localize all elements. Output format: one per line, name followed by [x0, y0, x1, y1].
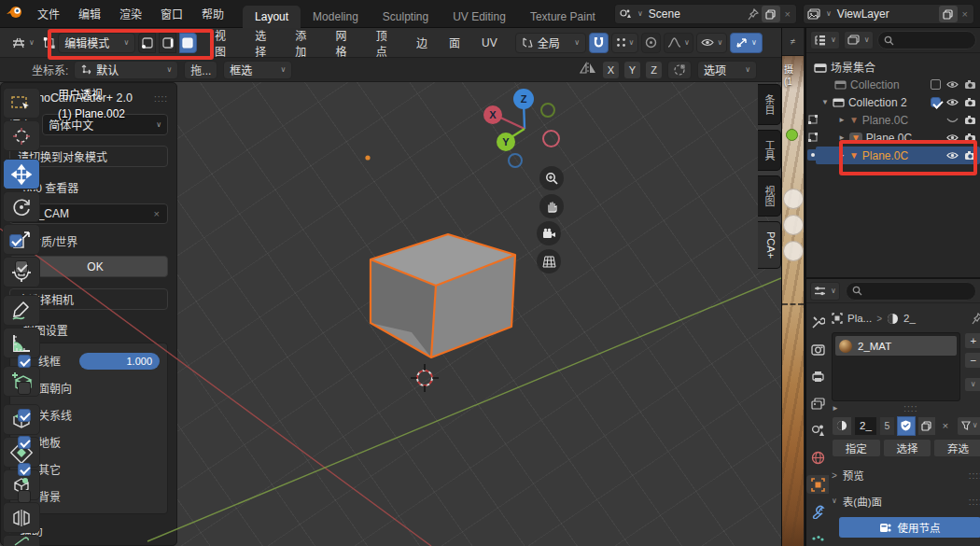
xray-toggle-dropdown[interactable]: ∨ [730, 33, 763, 53]
edge-select-toggle[interactable] [159, 33, 176, 53]
eye-icon[interactable] [946, 98, 959, 106]
blender-logo-icon[interactable] [6, 5, 24, 22]
filter-visibility-dropdown[interactable]: ∨ [696, 33, 727, 53]
floor-checkbox[interactable] [18, 436, 31, 449]
properties-editor-type-button[interactable]: ∨ [810, 282, 840, 301]
tab-uv-editing[interactable]: UV Editing [441, 6, 518, 28]
camera-render-icon[interactable] [964, 97, 976, 107]
new-scene-button[interactable] [762, 6, 780, 22]
tweak-select-tool[interactable] [3, 88, 40, 119]
gizmo-z-negative[interactable] [508, 153, 523, 168]
unlink-button[interactable]: × [938, 416, 953, 436]
rotate-tool[interactable] [3, 191, 40, 222]
secondary-viewport-header[interactable]: ≠ [782, 28, 804, 56]
material-slot-row[interactable]: 2_MAT [835, 336, 957, 356]
surface-section-header[interactable]: ∨ 表(曲)面 :::: [832, 493, 980, 510]
use-nodes-button[interactable]: 使用节点 [839, 517, 980, 538]
pano-photo-preview[interactable]: 摄 (1 [782, 56, 804, 546]
viewport-3d[interactable]: 用户透视 (1) Plane.002 [0, 82, 781, 546]
pin-icon[interactable] [972, 313, 980, 325]
pan-button-fragment[interactable] [783, 215, 804, 235]
others-checkbox[interactable] [18, 463, 31, 476]
gizmo-x-axis[interactable]: X [483, 105, 502, 124]
face-select-toggle[interactable] [179, 33, 197, 53]
eye-icon[interactable] [946, 133, 959, 142]
tab-scene-properties[interactable] [806, 421, 829, 440]
camera-render-icon[interactable] [964, 79, 976, 90]
scene-collection-row[interactable]: 场景集合 [806, 58, 980, 76]
menu-edit[interactable]: 编辑 [69, 6, 110, 21]
remove-slot-button[interactable]: − [964, 352, 980, 369]
tri-right-icon[interactable]: ► [838, 151, 846, 160]
edited-cube-mesh[interactable] [371, 234, 515, 357]
breadcrumb-object[interactable]: Pla... [847, 313, 872, 324]
browse-material-button[interactable] [832, 416, 852, 436]
vertex-select-toggle[interactable] [138, 33, 156, 53]
deselect-button[interactable]: 弃选 [933, 439, 980, 457]
tab-output-properties[interactable] [806, 367, 829, 385]
menu-mesh[interactable]: 网格 [327, 27, 364, 59]
tab-object-properties[interactable] [806, 475, 829, 494]
menu-file[interactable]: 文件 [28, 6, 69, 21]
tri-right-icon[interactable]: ► [838, 116, 846, 124]
menu-vertex[interactable]: 顶点 [367, 27, 404, 59]
menu-edge[interactable]: 边 [407, 35, 437, 50]
close-icon[interactable]: × [960, 8, 970, 20]
collection-row[interactable]: Collection [806, 76, 980, 93]
slot-specials-button[interactable]: ∨ [964, 377, 980, 392]
gizmo-y-negative[interactable] [540, 103, 555, 118]
users-count-button[interactable]: 5 [879, 416, 895, 436]
copy-material-button[interactable] [917, 416, 936, 436]
correct-face-attributes-button[interactable] [667, 61, 692, 79]
menu-select[interactable]: 选择 [245, 27, 283, 59]
material-world-checkbox[interactable] [9, 234, 22, 247]
add-slot-button[interactable]: + [964, 332, 980, 349]
viewlayer-selector[interactable]: ∨ ViewLayer × [803, 4, 974, 24]
tab-item[interactable]: 条目 [758, 84, 781, 125]
annotate-tool[interactable] [3, 295, 40, 326]
display-mode-button[interactable]: ∨ [844, 31, 874, 49]
eye-icon[interactable] [946, 151, 959, 160]
proportional-editing-button[interactable] [641, 33, 661, 53]
menu-face[interactable]: 面 [440, 35, 469, 50]
secondary-viewport[interactable]: ≠ 摄 (1 [781, 28, 804, 546]
camera-render-icon[interactable] [964, 150, 976, 161]
options-dropdown[interactable]: 选项 ∨ [697, 61, 757, 79]
cursor-tool[interactable] [3, 120, 40, 151]
tab-modifier-properties[interactable] [806, 502, 829, 521]
menu-window[interactable]: 窗口 [151, 6, 192, 21]
plane-row-1[interactable]: ► ▼ Plane.0C [806, 111, 980, 129]
gizmo-y-axis[interactable]: Y [497, 133, 515, 151]
exclude-checkbox[interactable] [931, 79, 941, 90]
loop-cut-tool[interactable] [3, 502, 40, 533]
menu-render[interactable]: 渲染 [110, 6, 151, 21]
material-name-field[interactable]: 2_ [854, 416, 877, 436]
outliner-search-input[interactable] [877, 31, 976, 49]
menu-view[interactable]: 视图 [205, 27, 243, 59]
assign-button[interactable]: 指定 [832, 439, 881, 457]
mirror-z-toggle[interactable]: Z [646, 62, 662, 78]
pan-button[interactable] [539, 194, 564, 218]
tab-tool[interactable]: 工具 [758, 130, 781, 171]
tab-render-properties[interactable] [806, 340, 829, 358]
exclude-checkbox[interactable] [931, 97, 941, 107]
plane-row-2[interactable]: ► ▼ Plane.0C [806, 129, 980, 147]
snap-with-dropdown[interactable]: ∨ [611, 33, 639, 53]
tab-view[interactable]: 视图 [758, 175, 781, 217]
wireframe-checkbox[interactable] [18, 355, 31, 368]
mirror-y-toggle[interactable]: Y [624, 62, 640, 78]
mode-dropdown[interactable]: 编辑模式 ∨ [58, 33, 135, 53]
tab-particles-properties[interactable] [806, 529, 829, 546]
camera-render-icon[interactable] [964, 115, 976, 125]
pin-icon[interactable] [748, 8, 759, 21]
tri-down-icon[interactable]: ▼ [821, 98, 829, 106]
zoom-button[interactable] [539, 166, 564, 190]
falloff-dropdown[interactable]: ∨ [664, 33, 693, 53]
close-icon[interactable]: × [783, 8, 792, 20]
specials-dropdown[interactable]: ∨ [957, 416, 980, 436]
tri-right-icon[interactable]: ► [838, 133, 846, 142]
material-slot-list[interactable]: 2_MAT [832, 332, 960, 401]
move-tool[interactable] [3, 159, 40, 189]
menu-help[interactable]: 帮助 [192, 6, 233, 21]
menu-add[interactable]: 添加 [286, 27, 323, 59]
